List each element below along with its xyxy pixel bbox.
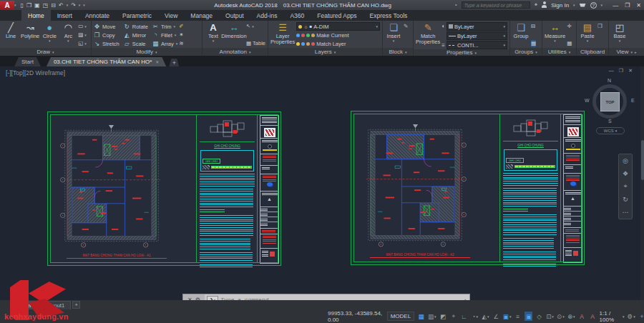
pan-icon[interactable]: ❖ — [623, 170, 628, 177]
app-logo-icon[interactable]: A — [0, 1, 14, 10]
ungroup-button[interactable]: ⊟ — [531, 23, 536, 30]
annotation-monitor-toggle[interactable]: + — [638, 312, 644, 321]
plot-button[interactable]: ⊟ — [51, 2, 56, 9]
panel-label-block[interactable]: Block▾ — [383, 48, 413, 56]
save-button[interactable]: ▣ — [34, 2, 40, 9]
tab-express-tools[interactable]: Express Tools — [364, 10, 414, 21]
viewcube-north[interactable]: N — [608, 78, 611, 83]
move-button[interactable]: ✥Move — [94, 22, 119, 31]
region-tool-button[interactable]: ◱▾ — [78, 40, 87, 47]
save-as-button[interactable]: ◳ — [43, 2, 49, 9]
rectangle-tool-button[interactable]: ▭▾ — [78, 23, 87, 30]
help-search-input[interactable] — [462, 1, 530, 9]
viewcube-east[interactable]: E — [631, 98, 635, 103]
scale-button[interactable]: ▱Scale — [124, 39, 148, 48]
app-menu-caret-icon[interactable]: ▾ — [14, 3, 16, 7]
expand-caret-icon[interactable]: ▾ — [454, 4, 458, 6]
selection-filter-toggle[interactable]: ⊙▾ — [557, 312, 565, 321]
tab-manage[interactable]: Manage — [184, 10, 219, 21]
lineweight-toggle[interactable]: ≡ — [514, 312, 522, 321]
maximize-button[interactable]: ❐ — [625, 2, 630, 9]
file-tab-close-icon[interactable]: ✕ — [155, 59, 159, 64]
drawing-canvas[interactable]: [-][Top][2D Wireframe] — ❐ ✕ MẶT BẰNG CH… — [0, 66, 644, 300]
polyline-button[interactable]: ↝Polyline — [21, 22, 39, 48]
tab-view[interactable]: View — [158, 10, 184, 21]
panel-label-draw[interactable]: Draw▾ — [0, 48, 91, 56]
mirror-button[interactable]: ◭Mirror — [124, 31, 148, 39]
navbar-more-icon[interactable]: ⋯ — [623, 209, 629, 216]
paste-button[interactable]: ▤Paste▾ — [579, 22, 596, 48]
panel-label-utilities[interactable]: Utilities▾ — [542, 48, 576, 56]
app-store-icon[interactable] — [580, 4, 586, 7]
line-button[interactable]: ╱Line — [2, 22, 19, 48]
zoom-extents-icon[interactable]: ⌖ — [623, 182, 627, 190]
3d-osnap-toggle[interactable]: ◇ — [535, 312, 543, 321]
tab-parametric[interactable]: Parametric — [116, 10, 158, 21]
offset-button[interactable]: ≋ — [179, 40, 183, 47]
help-caret-icon[interactable]: ▾ — [601, 3, 603, 7]
qat-customize-caret-icon[interactable]: ▾ — [83, 3, 85, 7]
dynamic-input-toggle[interactable]: ⌖ — [449, 312, 457, 321]
annotation-visibility-toggle[interactable]: A — [578, 312, 586, 321]
panel-label-groups[interactable]: Groups▾ — [510, 48, 542, 56]
viewcube-south[interactable]: S — [608, 119, 612, 124]
tab-home[interactable]: Home — [21, 10, 51, 21]
isometric-drafting-toggle[interactable]: ◭▾ — [482, 312, 489, 321]
scrollbar-thumb[interactable] — [641, 140, 644, 180]
redo-caret-icon[interactable]: ▾ — [79, 3, 81, 7]
polar-tracking-toggle[interactable]: ◔▾ — [471, 312, 479, 321]
annotation-scale-button[interactable]: 1:1 / 100%▾ — [600, 312, 625, 321]
file-tab-start[interactable]: Start — [14, 57, 41, 66]
doc-restore-button[interactable]: ❐ — [619, 68, 623, 74]
quick-calc-button[interactable]: ▦ — [567, 40, 572, 47]
object-snap-tracking-toggle[interactable]: ∠ — [492, 312, 500, 321]
infer-constraints-toggle[interactable]: ◩ — [439, 312, 447, 321]
insert-button[interactable]: ❏Insert▾ — [385, 22, 402, 48]
object-snap-toggle[interactable]: ▣▾ — [503, 312, 512, 321]
panel-label-clipboard[interactable]: Clipboard — [577, 48, 608, 56]
edit-attribute-button[interactable]: ✎ — [404, 23, 408, 30]
tab-addins[interactable]: Add-ins — [250, 10, 284, 21]
leader-button[interactable]: ↖▾ — [246, 23, 265, 30]
tab-annotate[interactable]: Annotate — [79, 10, 116, 21]
linetype-dropdown[interactable]: CONTI...▾ — [447, 41, 507, 49]
group-edit-button[interactable]: ▦ — [531, 40, 536, 47]
vertical-scrollbar[interactable] — [640, 66, 644, 300]
tab-a360[interactable]: A360 — [283, 10, 311, 21]
sign-in-button[interactable]: Sign In — [551, 2, 569, 9]
orbit-icon[interactable]: ↻ — [623, 196, 628, 203]
viewcube[interactable]: TOP N S W E WCS▾ — [588, 79, 633, 136]
circle-button[interactable]: ●Circle▾ — [41, 22, 58, 48]
lineweight-dropdown[interactable]: ByLayer▾ — [447, 31, 507, 40]
help-icon[interactable]: ? — [590, 2, 597, 9]
navigation-wheel-icon[interactable]: ◎ — [623, 157, 628, 164]
search-icon[interactable]: ⌖ — [535, 1, 538, 9]
panel-label-view[interactable]: View▾▸ — [609, 48, 644, 56]
tab-insert[interactable]: Insert — [51, 10, 79, 21]
hatch-tool-button[interactable]: ▨▾ — [78, 31, 87, 39]
fillet-button[interactable]: ◝Fillet▾ — [152, 31, 177, 39]
open-button[interactable]: ❒ — [26, 2, 31, 9]
file-tab-document[interactable]: 03.CHI TIET CHỐNG THẤM CAN HO* ✕ — [47, 57, 166, 66]
id-point-button[interactable]: ✛ — [567, 23, 572, 30]
group-button[interactable]: ❑Group — [512, 22, 530, 48]
viewport-controls[interactable]: [-][Top][2D Wireframe] — [6, 69, 65, 76]
tab-featured-apps[interactable]: Featured Apps — [311, 10, 363, 21]
table-button[interactable]: ▦Table — [246, 40, 265, 47]
sign-in-caret-icon[interactable]: ▾ — [573, 3, 575, 7]
gizmo-toggle[interactable]: ⊕▾ — [567, 312, 575, 321]
match-layer-button[interactable]: Match Layer — [296, 40, 380, 48]
dimension-button[interactable]: ↔Dimension — [223, 22, 245, 48]
array-button[interactable]: ▦Array▾ — [152, 39, 177, 48]
grid-toggle[interactable]: ▦ — [417, 312, 425, 321]
make-current-button[interactable]: Make Current — [296, 31, 380, 39]
rotate-button[interactable]: ↻Rotate — [124, 22, 148, 31]
viewcube-west[interactable]: W — [585, 98, 590, 103]
doc-close-button[interactable]: ✕ — [628, 68, 633, 74]
close-button[interactable]: ✕ — [636, 2, 641, 9]
undo-caret-icon[interactable]: ▾ — [67, 3, 69, 7]
match-properties-button[interactable]: ✎MatchProperties — [416, 22, 440, 49]
panel-label-modify[interactable]: Modify▾ — [92, 48, 202, 56]
ortho-toggle[interactable]: ∟ — [460, 312, 468, 321]
layer-dropdown[interactable]: ☼ ■ A-DIM ▾ — [296, 22, 380, 31]
